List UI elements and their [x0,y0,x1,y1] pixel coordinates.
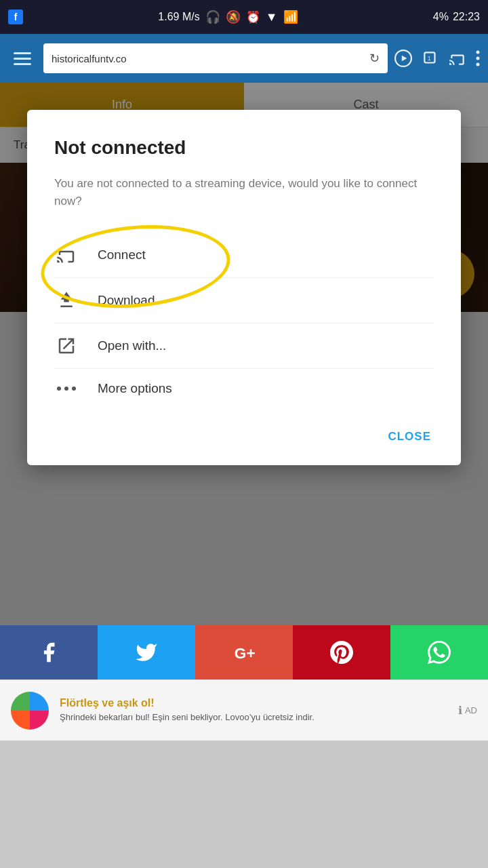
pinterest-share-button[interactable] [293,625,390,679]
open-external-icon [54,336,79,356]
status-center: 1.69 M/s 🎧 🔕 ⏰ ▼ 📶 [158,9,298,24]
clock: 22:23 [453,11,480,23]
twitter-share-button[interactable] [98,625,195,679]
dots-icon [54,384,79,393]
signal-icon: 📶 [283,9,298,24]
download-menu-item[interactable]: Download [54,278,434,323]
connect-menu-item[interactable]: Connect [54,233,434,277]
ad-label: AD [465,705,477,715]
ad-badge: ℹ AD [458,704,477,717]
svg-point-8 [64,387,68,391]
social-share-bar: G+ [0,625,488,679]
modal-overlay: Not connected You are not connected to a… [0,83,488,625]
svg-point-6 [476,63,480,66]
status-right: 4% 22:23 [433,11,480,23]
download-icon [54,290,79,311]
svg-point-5 [476,57,480,60]
headphone-icon: 🎧 [205,9,220,24]
moreoptions-menu-item[interactable]: More options [54,369,434,408]
moreoptions-label: More options [98,381,172,396]
cast-button[interactable] [449,50,466,67]
connect-label: Connect [98,248,146,262]
hamburger-menu-button[interactable] [8,47,37,71]
svg-point-7 [57,387,61,391]
fb-logo-status: f [8,9,23,24]
facebook-share-button[interactable] [0,625,98,679]
svg-point-9 [72,387,76,391]
info-icon: ℹ [458,704,462,717]
svg-point-4 [476,51,480,54]
refresh-button[interactable]: ↻ [369,51,380,66]
cast-icon [54,245,79,265]
speed-indicator: 1.69 M/s [158,11,199,23]
ad-title: Flörtleş ve aşık ol! [60,697,447,709]
openwith-label: Open with... [98,338,166,353]
svg-text:1: 1 [428,55,431,62]
url-text: historicalfuntv.co [52,53,364,64]
ad-description: Şhrindeki bekarları bul! Eşin seni bekli… [60,712,447,724]
ad-text: Flörtleş ve aşık ol! Şhrindeki bekarları… [60,697,447,724]
tab-counter-button[interactable]: 1 [422,50,439,67]
battery-level: 4% [433,11,449,23]
download-label: Download [98,293,155,308]
wifi-icon: ▼ [266,10,278,24]
status-bar: f 1.69 M/s 🎧 🔕 ⏰ ▼ 📶 4% 22:23 [0,0,488,34]
whatsapp-share-button[interactable] [390,625,488,679]
more-options-button[interactable] [476,50,480,67]
play-button[interactable] [394,50,412,67]
url-bar[interactable]: historicalfuntv.co ↻ [43,43,388,73]
ad-logo [11,692,49,730]
svg-marker-1 [402,56,407,62]
alarm-icon: ⏰ [246,10,260,24]
dialog-title: Not connected [54,137,434,159]
dialog-description: You are not connected to a streaming dev… [54,175,434,211]
dialog-footer: CLOSE [54,425,434,449]
ad-bar[interactable]: Flörtleş ve aşık ol! Şhrindeki bekarları… [0,679,488,741]
notification-icon: 🔕 [226,9,241,24]
not-connected-dialog: Not connected You are not connected to a… [27,110,461,465]
close-button[interactable]: CLOSE [385,425,434,449]
browser-actions: 1 [394,50,480,67]
page-content: Info Cast Trailer Not connected You are … [0,83,488,625]
openwith-menu-item[interactable]: Open with... [54,323,434,368]
svg-text:G+: G+ [235,644,256,662]
gplus-share-button[interactable]: G+ [195,625,293,679]
browser-bar: historicalfuntv.co ↻ 1 [0,34,488,83]
